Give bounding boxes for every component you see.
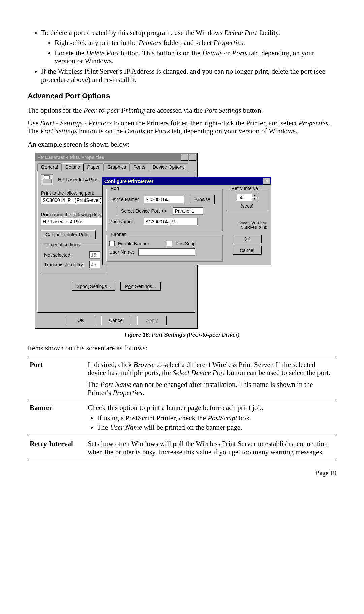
section-heading: Advanced Port Options — [28, 92, 336, 100]
list-item: If the Wireless Print Server's IP Addres… — [41, 67, 336, 84]
table-header: Retry Interval — [28, 436, 86, 460]
driver-version-label: Driver Version: — [227, 220, 267, 225]
table-header: Banner — [28, 400, 86, 436]
select-port-field[interactable]: Parallel 1 — [173, 207, 203, 215]
enable-banner-checkbox[interactable] — [109, 241, 115, 246]
description-table: Port If desired, click Browse to select … — [28, 357, 336, 460]
not-selected-field[interactable]: 15 — [89, 251, 100, 259]
table-cell: Check this option to print a banner page… — [86, 400, 336, 436]
port-name-field[interactable]: SC300014_P1 — [144, 218, 198, 225]
port-group-legend: Port — [109, 186, 121, 191]
port-name-label: Port Name: — [109, 219, 142, 224]
cancel-button[interactable]: Cancel — [101, 316, 131, 325]
window-title: Configure PrintServer — [104, 179, 262, 184]
apply-button: Apply — [137, 316, 167, 325]
tab-strip: General Details Paper Graphics Fonts Dev… — [37, 163, 195, 171]
retry-interval-field[interactable]: 50 — [237, 194, 251, 201]
driver-field[interactable]: HP LaserJet 4 Plus — [41, 218, 105, 225]
tab-general[interactable]: General — [37, 163, 62, 171]
intro-list: To delete a port created by this setup p… — [28, 29, 336, 84]
paragraph: An example screen is shown below: — [28, 140, 336, 148]
user-name-field[interactable] — [138, 248, 195, 256]
secs-label: (secs) — [229, 203, 265, 209]
transmission-retry-label: Transmission retry: — [44, 262, 87, 267]
tab-graphics[interactable]: Graphics — [103, 163, 130, 171]
postscript-checkbox[interactable] — [167, 241, 172, 246]
transmission-retry-field[interactable]: 45 — [89, 261, 100, 268]
close-button[interactable]: × — [263, 178, 270, 185]
cancel-button[interactable]: Cancel — [233, 246, 262, 255]
ok-button[interactable]: OK — [66, 316, 95, 325]
retry-interval-legend: Retry Interval — [230, 186, 261, 191]
spin-down-button[interactable]: ▼ — [251, 197, 257, 201]
printer-name-label: HP LaserJet 4 Plus — [58, 177, 98, 182]
titlebar[interactable]: HP LaserJet 4 Plus Properties ? × — [35, 153, 197, 161]
table-cell: If desired, click Browse to select a dif… — [86, 357, 336, 400]
tab-fonts[interactable]: Fonts — [130, 163, 149, 171]
list-item: To delete a port created by this setup p… — [41, 29, 336, 65]
table-cell: Sets how often Windows will poll the Wir… — [86, 436, 336, 460]
driver-version-value: NetBEUI 2.00 — [227, 225, 267, 231]
help-button[interactable]: ? — [181, 154, 188, 161]
postscript-label: PostScript — [176, 241, 197, 246]
list-item: Locate the Delete Port button. This butt… — [55, 49, 336, 65]
banner-group-legend: Banner — [109, 232, 127, 237]
paragraph: Items shown on this screen are as follow… — [28, 344, 336, 352]
enable-banner-label: Enable Banner — [118, 241, 149, 246]
printer-icon — [41, 174, 53, 185]
paragraph: The options for the Peer-to-peer Printin… — [28, 106, 336, 114]
close-button[interactable]: × — [189, 154, 196, 161]
figure-caption: Figure 16: Port Settings (Peer-to-peer D… — [28, 332, 336, 338]
spin-up-button[interactable]: ▲ — [251, 194, 257, 197]
list-item: Right-click any printer in the Printers … — [55, 39, 336, 47]
capture-port-button[interactable]: Capture Printer Port... — [41, 230, 96, 239]
tab-device-options[interactable]: Device Options — [149, 163, 188, 171]
configure-printserver-window: Configure PrintServer × Port Device Name… — [102, 177, 271, 265]
port-settings-button[interactable]: Port Settings... — [121, 282, 160, 291]
paragraph: Use Start - Settings - Printers to open … — [28, 119, 336, 135]
device-name-field[interactable]: SC300014 — [144, 196, 184, 203]
titlebar[interactable]: Configure PrintServer × — [102, 177, 271, 185]
device-name-label: Device Name: — [109, 197, 142, 202]
ok-button[interactable]: OK — [233, 235, 262, 243]
timeout-legend: Timeout settings — [44, 242, 81, 247]
window-title: HP LaserJet 4 Plus Properties — [37, 155, 180, 160]
print-to-field[interactable]: SC300014_P1 (PrintServer) — [41, 196, 105, 204]
table-header: Port — [28, 357, 86, 400]
user-name-label: User Name: — [109, 249, 136, 255]
tab-paper[interactable]: Paper — [84, 163, 103, 171]
browse-button[interactable]: Browse — [190, 195, 215, 204]
page-number: Page 19 — [28, 469, 336, 477]
not-selected-label: Not selected: — [44, 252, 87, 258]
select-device-port-button[interactable]: Select Device Port >> — [117, 207, 171, 215]
spool-settings-button[interactable]: Spool Settings... — [72, 282, 115, 291]
tab-details[interactable]: Details — [62, 163, 84, 171]
